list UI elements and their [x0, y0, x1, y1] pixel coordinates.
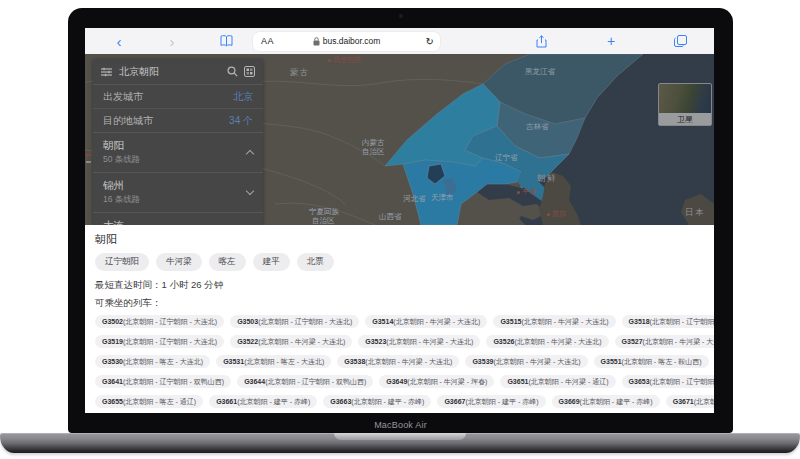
sidebar-city-row[interactable]: 锦州16 条线路 — [93, 172, 263, 212]
map-list-toggle-icon[interactable] — [244, 63, 255, 81]
chevron-up-icon[interactable] — [246, 149, 254, 157]
back-button[interactable]: ‹ — [112, 28, 126, 54]
device-label: MacBook Air — [68, 420, 733, 430]
satellite-label: 卫星 — [659, 113, 711, 125]
train-chip[interactable]: G3539(北京朝阳 - 牛河梁 - 大连北) — [465, 355, 587, 368]
lock-icon — [313, 37, 320, 46]
macbook-lid-notch — [334, 433, 466, 440]
safari-toolbar: ‹ › AA bus.daibor.com ↻ + — [85, 28, 714, 55]
departure-city-row[interactable]: 出发城市 北京 — [93, 85, 263, 108]
trains-list-title: 可乘坐的列车： — [95, 297, 704, 310]
train-chip[interactable]: G3518(北京朝阳 - 辽宁朝阳 - 大连北) — [622, 315, 714, 328]
train-chip[interactable]: G3655(北京朝阳 - 喀左 - 通辽) — [95, 395, 203, 408]
train-row: G3641(北京朝阳 - 辽宁朝阳 - 双鸭山西)G3644(北京朝阳 - 辽宁… — [95, 375, 704, 388]
train-chip[interactable]: G3514(北京朝阳 - 牛河梁 - 大连北) — [365, 315, 487, 328]
train-chip[interactable]: G3653(北京朝阳 - 辽宁朝阳 - 通辽) — [622, 375, 714, 388]
reload-icon[interactable]: ↻ — [426, 32, 434, 51]
destination-count-row[interactable]: 目的地城市 34 个 — [93, 108, 263, 132]
share-icon[interactable] — [533, 28, 549, 54]
station-tag[interactable]: 建平 — [253, 253, 290, 271]
search-input[interactable]: 北京朝阳 — [119, 65, 159, 79]
train-chip[interactable]: G3519(北京朝阳 - 辽宁朝阳 - 大连北) — [95, 335, 224, 348]
departure-city-label: 出发城市 — [103, 90, 143, 104]
train-chip[interactable]: G3530(北京朝阳 - 喀左 - 大连北) — [95, 355, 210, 368]
train-chip[interactable]: G3522(北京朝阳 - 牛河梁 - 大连北) — [230, 335, 352, 348]
train-chip[interactable]: G3641(北京朝阳 - 辽宁朝阳 - 双鸭山西) — [95, 375, 231, 388]
station-tag[interactable]: 牛河梁 — [156, 253, 202, 271]
train-chip[interactable]: G3531(北京朝阳 - 喀左 - 大连北) — [216, 355, 331, 368]
train-chip[interactable]: G3503(北京朝阳 - 辽宁朝阳 - 大连北) — [230, 315, 359, 328]
train-chip[interactable]: G3667(北京朝阳 - 建平 - 赤峰) — [437, 395, 545, 408]
new-tab-icon[interactable]: + — [603, 28, 619, 54]
satellite-layer-toggle[interactable]: 卫星 — [658, 83, 712, 126]
train-chip[interactable]: G3671(北京朝阳 - 建平 - 赤峰) — [666, 395, 714, 408]
sidebar-city-lines: 16 条线路 — [103, 194, 140, 205]
train-chip[interactable]: G3502(北京朝阳 - 辽宁朝阳 - 大连北) — [95, 315, 224, 328]
train-row: G3502(北京朝阳 - 辽宁朝阳 - 大连北)G3503(北京朝阳 - 辽宁朝… — [95, 315, 704, 328]
train-row: G3530(北京朝阳 - 喀左 - 大连北)G3531(北京朝阳 - 喀左 - … — [95, 355, 704, 368]
train-chip[interactable]: G3538(北京朝阳 - 牛河梁 - 大连北) — [337, 355, 459, 368]
sidebar-city-name: 锦州 — [103, 179, 140, 192]
train-chip[interactable]: G3527(北京朝阳 - 牛河梁 - 大连北) — [615, 335, 714, 348]
station-tag[interactable]: 北票 — [297, 253, 334, 271]
train-chip[interactable]: G3669(北京朝阳 - 建平 - 赤峰) — [552, 395, 660, 408]
chevron-down-icon[interactable] — [246, 186, 254, 194]
via-station-tags: 辽宁朝阳牛河梁喀左建平北票 — [95, 253, 704, 271]
train-chip[interactable]: G3526(北京朝阳 - 牛河梁 - 大连北) — [486, 335, 608, 348]
station-tag[interactable]: 辽宁朝阳 — [95, 253, 149, 271]
url-text: bus.daibor.com — [253, 32, 440, 51]
search-sidebar: 北京朝阳 出发城市 北京 目的地城市 34 个 朝阳50 条线路锦州16 条线路… — [93, 60, 263, 225]
train-chip[interactable]: G3649(北京朝阳 - 牛河梁 - 珲春) — [379, 375, 494, 388]
url-field[interactable]: AA bus.daibor.com ↻ — [253, 32, 440, 51]
bookmarks-icon[interactable] — [218, 28, 234, 54]
train-list: G3502(北京朝阳 - 辽宁朝阳 - 大连北)G3503(北京朝阳 - 辽宁朝… — [95, 315, 704, 413]
browser-viewport: ‹ › AA bus.daibor.com ↻ + — [85, 28, 714, 413]
train-row: G3655(北京朝阳 - 喀左 - 通辽)G3661(北京朝阳 - 建平 - 赤… — [95, 395, 704, 408]
url-domain: bus.daibor.com — [323, 36, 381, 46]
destination-count-value[interactable]: 34 个 — [229, 114, 253, 128]
train-chip[interactable]: G3644(北京朝阳 - 辽宁朝阳 - 双鸭山西) — [237, 375, 373, 388]
train-chip[interactable]: G3515(北京朝阳 - 牛河梁 - 大连北) — [493, 315, 615, 328]
sidebar-city-row[interactable]: 朝阳50 条线路 — [93, 132, 263, 172]
train-chip[interactable]: G3651(北京朝阳 - 牛河梁 - 通辽) — [500, 375, 615, 388]
results-panel: 朝阳 辽宁朝阳牛河梁喀左建平北票 最短直达时间：1 小时 26 分钟 可乘坐的列… — [85, 225, 714, 413]
search-bar[interactable]: 北京朝阳 — [93, 60, 263, 85]
webcam-dot — [399, 14, 403, 18]
train-chip[interactable]: G3523(北京朝阳 - 牛河梁 - 大连北) — [358, 335, 480, 348]
selected-city-title: 朝阳 — [95, 232, 704, 247]
sidebar-city-name: 朝阳 — [103, 139, 140, 152]
filter-icon[interactable] — [101, 63, 112, 81]
train-chip[interactable]: G3551(北京朝阳 - 喀左 - 鞍山西) — [594, 355, 709, 368]
station-tag[interactable]: 喀左 — [209, 253, 246, 271]
forward-button[interactable]: › — [165, 28, 179, 54]
departure-city-value[interactable]: 北京 — [233, 90, 253, 104]
search-icon[interactable] — [227, 63, 238, 81]
train-chip[interactable]: G3663(北京朝阳 - 建平 - 赤峰) — [323, 395, 431, 408]
fastest-time-text: 最短直达时间：1 小时 26 分钟 — [95, 279, 704, 292]
sidebar-city-text: 锦州16 条线路 — [103, 179, 140, 205]
destination-count-label: 目的地城市 — [103, 114, 153, 128]
train-chip[interactable]: G3661(北京朝阳 - 建平 - 赤峰) — [209, 395, 317, 408]
train-row: G3519(北京朝阳 - 辽宁朝阳 - 大连北)G3522(北京朝阳 - 牛河梁… — [95, 335, 704, 348]
tabs-icon[interactable] — [671, 28, 689, 54]
sidebar-city-lines: 50 条线路 — [103, 154, 140, 165]
sidebar-city-text: 朝阳50 条线路 — [103, 139, 140, 165]
screenshot-stage: MacBook Air ‹ › AA bus.daibor.com ↻ + — [0, 0, 800, 459]
